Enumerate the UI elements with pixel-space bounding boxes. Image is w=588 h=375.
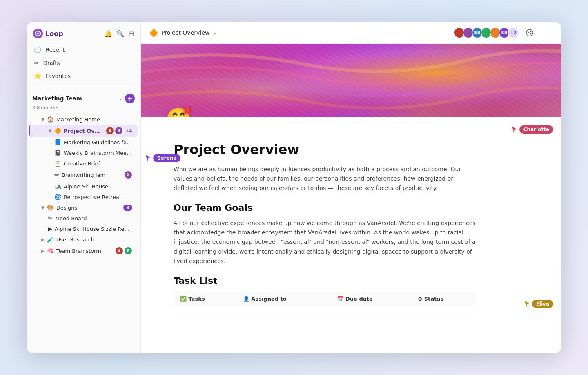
team-goals-paragraph: All of our collective experiences make u…	[174, 219, 476, 266]
assigned-cell	[236, 306, 331, 315]
avatar-overflow: +2	[508, 27, 519, 38]
assigned-person-icon: 👤	[243, 296, 249, 302]
creative-brief-icon: 📋	[54, 160, 61, 167]
svg-rect-9	[141, 44, 561, 117]
avatar: A	[106, 127, 114, 135]
topbar: 🔶 Project Overview ⌄ SB SR +2	[141, 22, 561, 44]
tasks-column-header: ✅ Tasks	[174, 292, 236, 306]
sidebar-item-brainwriting-jam[interactable]: ✏️ Brainwriting Jam X	[29, 169, 138, 181]
due-date-column-label: Due date	[345, 296, 373, 302]
marketing-home-icon: 🏠	[47, 116, 54, 123]
status-column-label: Status	[424, 296, 444, 302]
designs-label: Designs	[56, 205, 121, 211]
more-options-button[interactable]: ⋯	[540, 26, 553, 39]
avatar: A	[115, 247, 123, 255]
search-icon[interactable]: 🔍	[116, 30, 125, 38]
alpine-ski-icon: 🎿	[54, 183, 61, 190]
alpine-sizzle-label: Alpine Ski House Sizzle Re...	[55, 226, 132, 232]
cursor-arrow-icon	[511, 125, 518, 134]
sidebar-divider	[31, 87, 136, 87]
sidebar-item-retrospective-retreat[interactable]: 🌀 Retrospective Retreat	[29, 192, 138, 202]
app-window: Loop 🔔 🔍 ⊞ 🕐 Recent ✏️ Drafts ⭐ Favorite…	[27, 22, 561, 353]
app-logo: Loop	[33, 29, 63, 38]
collapse-icon: ▶	[41, 249, 45, 253]
app-name: Loop	[45, 30, 63, 38]
sidebar-item-weekly-brainstorm[interactable]: 📓 Weekly Brainstorm Meeting	[29, 147, 138, 158]
sidebar-item-creative-brief[interactable]: 📋 Creative Brief	[29, 158, 138, 169]
sidebar-item-recent-label: Recent	[46, 47, 65, 53]
collaborator-avatars: SB SR +2	[454, 27, 519, 38]
sidebar-item-recent[interactable]: 🕐 Recent	[30, 43, 137, 56]
sidebar-item-favorites-label: Favorites	[46, 73, 71, 79]
team-brainstorm-icon: 🧠	[47, 248, 54, 254]
hero-banner: 🥰	[141, 44, 561, 117]
brainwriting-jam-label: Brainwriting Jam	[62, 172, 122, 178]
mood-board-label: Mood Board	[55, 215, 132, 221]
sidebar-item-alpine-ski-house[interactable]: 🎿 Alpine Ski House	[29, 181, 138, 192]
svg-point-1	[37, 33, 39, 34]
sidebar-item-designs[interactable]: ▼ 🎨 Designs 3	[29, 202, 138, 213]
sidebar-item-favorites[interactable]: ⭐ Favorites	[30, 69, 137, 83]
designs-badge: 3	[123, 205, 132, 211]
sidebar-tree: ▼ 🏠 Marketing Home ▼ 🔶 Project Overview …	[27, 113, 140, 258]
sidebar-item-marketing-guidelines[interactable]: 📘 Marketing Guidelines for V...	[29, 137, 138, 147]
drafts-icon: ✏️	[34, 59, 39, 67]
status-cell	[411, 306, 476, 315]
collapse-icon: ▶	[41, 237, 45, 242]
loop-logo-icon	[33, 29, 43, 38]
sidebar-item-user-research[interactable]: ▶ 🧪 User Research	[29, 234, 138, 245]
svg-line-7	[529, 33, 530, 34]
table-header-row: ✅ Tasks 👤 Assigned to 📅 Due date	[174, 292, 476, 306]
topbar-actions: SB SR +2 ⋯	[454, 26, 553, 39]
notification-icon[interactable]: 🔔	[104, 30, 112, 38]
layout-icon[interactable]: ⊞	[129, 30, 134, 38]
page-body: Project Overview Who we are as human bei…	[141, 117, 508, 331]
svg-point-3	[528, 32, 529, 33]
sidebar-item-project-overview[interactable]: ▼ 🔶 Project Overview A B +4	[29, 125, 138, 137]
project-overview-label: Project Overview	[64, 128, 103, 134]
share-button[interactable]	[523, 26, 536, 39]
topbar-page-title: Project Overview	[161, 29, 209, 36]
team-brainstorm-label: Team Brainstorm	[56, 248, 113, 254]
sidebar-nav: 🕐 Recent ✏️ Drafts ⭐ Favorites	[27, 42, 140, 84]
charlotte-cursor: Charlotte	[511, 125, 553, 134]
workspace-member-count: 8 Members	[27, 105, 140, 113]
team-goals-heading: Our Team Goals	[174, 203, 476, 213]
alpine-sizzle-icon: ▶	[48, 225, 52, 232]
charlotte-cursor-label: Charlotte	[519, 125, 553, 134]
creative-brief-label: Creative Brief	[64, 161, 132, 167]
share-icon	[526, 29, 533, 36]
marketing-guidelines-icon: 📘	[54, 139, 61, 145]
sidebar-item-drafts[interactable]: ✏️ Drafts	[30, 56, 137, 69]
page-emoji: 🥰	[165, 108, 192, 117]
avatar: X	[124, 171, 132, 179]
marketing-guidelines-label: Marketing Guidelines for V...	[64, 139, 132, 145]
sidebar-item-marketing-home[interactable]: ▼ 🏠 Marketing Home	[29, 114, 138, 125]
brainwriting-avatars: X	[124, 171, 132, 179]
add-workspace-item-button[interactable]: +	[125, 94, 135, 103]
recent-icon: 🕐	[34, 46, 42, 54]
sidebar-item-alpine-sizzle[interactable]: ▶ Alpine Ski House Sizzle Re...	[29, 223, 138, 234]
workspace-title: Marketing Team	[32, 95, 116, 102]
sidebar-item-mood-board[interactable]: ✏️ Mood Board	[29, 213, 138, 223]
hero-image	[141, 44, 561, 117]
page-intro-paragraph: Who we are as human beings deeply influe…	[174, 165, 476, 193]
avatar-overflow-count: +4	[125, 128, 132, 134]
alpine-ski-label: Alpine Ski House	[64, 183, 132, 190]
collapse-icon: ▼	[41, 205, 45, 210]
topbar-chevron-icon: ⌄	[213, 30, 217, 36]
svg-rect-8	[141, 44, 561, 117]
sidebar-item-drafts-label: Drafts	[43, 60, 60, 66]
cursor-arrow-icon	[524, 300, 530, 308]
page-title: Project Overview	[174, 142, 476, 157]
sidebar-item-team-brainstorm[interactable]: ▶ 🧠 Team Brainstorm A B	[29, 245, 138, 257]
assigned-to-column-header: 👤 Assigned to	[236, 292, 331, 306]
page-area[interactable]: 🥰 Serena Charlotte	[141, 44, 561, 353]
more-icon: ⋯	[543, 29, 550, 37]
table-row	[174, 306, 476, 315]
retrospective-icon: 🌀	[54, 194, 61, 200]
due-date-column-header: 📅 Due date	[331, 292, 412, 306]
project-overview-icon: 🔶	[54, 127, 61, 134]
status-column-header: ⊙ Status	[411, 292, 476, 306]
sidebar-header-icons: 🔔 🔍 ⊞	[104, 30, 134, 38]
